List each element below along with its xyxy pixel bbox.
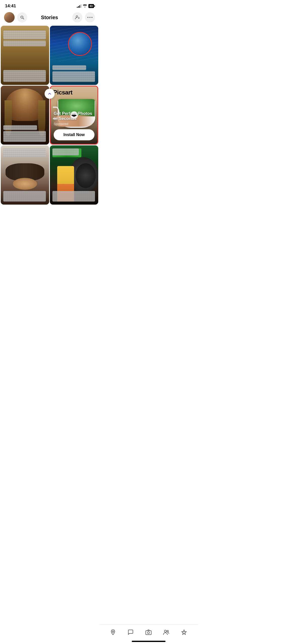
battery-icon: 83	[88, 4, 94, 8]
signal-icon	[77, 4, 81, 8]
story-card-ad[interactable]: Picsart ◀▶ Get Perfect Photos in Seconds…	[50, 86, 98, 145]
stories-grid: Picsart ◀▶ Get Perfect Photos in Seconds…	[0, 26, 99, 205]
svg-point-7	[91, 17, 92, 18]
status-bar: 14:41 83	[0, 0, 99, 10]
ad-brand-label: Picsart	[53, 89, 73, 96]
status-time: 14:41	[5, 4, 16, 9]
svg-point-5	[87, 17, 88, 18]
ad-sponsored-label: Sponsored	[54, 122, 68, 126]
svg-point-6	[89, 17, 90, 18]
more-options-button[interactable]	[85, 12, 95, 22]
avatar[interactable]	[4, 12, 15, 23]
status-icons: 83	[77, 4, 94, 8]
story-card-1[interactable]	[1, 26, 49, 85]
header-right	[72, 12, 95, 22]
ad-headline: Get Perfect Photos in Seconds	[54, 111, 94, 121]
story-card-6[interactable]	[50, 145, 98, 205]
story-card-3[interactable]	[1, 86, 49, 145]
header: Stories	[0, 10, 99, 26]
story-card-5[interactable]	[1, 145, 49, 205]
header-left	[4, 12, 27, 23]
svg-line-1	[23, 18, 24, 19]
install-now-button[interactable]: Install Now	[54, 129, 94, 140]
search-button[interactable]	[17, 12, 27, 22]
svg-point-2	[76, 16, 78, 17]
wifi-icon	[83, 4, 87, 8]
add-friend-button[interactable]	[72, 12, 82, 22]
page-title: Stories	[41, 15, 58, 20]
scroll-up-button[interactable]	[45, 89, 55, 99]
highlight-circle	[68, 32, 92, 56]
story-card-2[interactable]	[50, 26, 98, 85]
